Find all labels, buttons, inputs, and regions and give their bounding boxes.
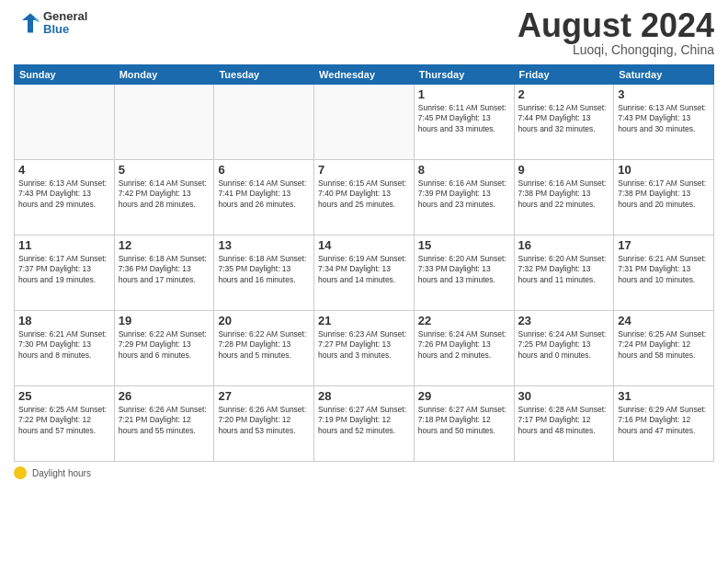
calendar-cell [15, 85, 115, 160]
day-number: 18 [18, 314, 110, 327]
day-number: 24 [618, 314, 710, 327]
calendar-cell [214, 85, 314, 160]
calendar-week-row: 1Sunrise: 6:11 AM Sunset: 7:45 PM Daylig… [15, 85, 714, 160]
day-info: Sunrise: 6:29 AM Sunset: 7:16 PM Dayligh… [618, 405, 710, 436]
day-info: Sunrise: 6:17 AM Sunset: 7:38 PM Dayligh… [618, 178, 710, 210]
day-number: 11 [18, 238, 110, 252]
day-info: Sunrise: 6:12 AM Sunset: 7:44 PM Dayligh… [518, 103, 610, 134]
day-info: Sunrise: 6:25 AM Sunset: 7:24 PM Dayligh… [618, 329, 710, 361]
calendar-cell: 5Sunrise: 6:14 AM Sunset: 7:42 PM Daylig… [114, 160, 214, 236]
day-number: 5 [119, 163, 210, 177]
calendar-cell: 24Sunrise: 6:25 AM Sunset: 7:24 PM Dayli… [614, 311, 714, 386]
calendar-cell: 6Sunrise: 6:14 AM Sunset: 7:41 PM Daylig… [214, 160, 314, 236]
logo-blue-text: Blue [43, 23, 87, 36]
calendar-cell: 22Sunrise: 6:24 AM Sunset: 7:26 PM Dayli… [414, 311, 514, 386]
logo-text: General Blue [43, 10, 87, 37]
day-info: Sunrise: 6:24 AM Sunset: 7:26 PM Dayligh… [418, 329, 510, 361]
weekday-header-sunday: Sunday [15, 65, 115, 85]
calendar-cell: 17Sunrise: 6:21 AM Sunset: 7:31 PM Dayli… [614, 236, 714, 311]
calendar-cell: 28Sunrise: 6:27 AM Sunset: 7:19 PM Dayli… [314, 386, 415, 462]
day-info: Sunrise: 6:27 AM Sunset: 7:19 PM Dayligh… [318, 405, 410, 436]
day-info: Sunrise: 6:24 AM Sunset: 7:25 PM Dayligh… [518, 329, 610, 361]
calendar-cell: 12Sunrise: 6:18 AM Sunset: 7:36 PM Dayli… [114, 236, 214, 311]
day-number: 3 [618, 87, 710, 101]
day-info: Sunrise: 6:21 AM Sunset: 7:31 PM Dayligh… [618, 254, 710, 285]
day-info: Sunrise: 6:14 AM Sunset: 7:41 PM Dayligh… [218, 178, 310, 210]
calendar-cell: 25Sunrise: 6:25 AM Sunset: 7:22 PM Dayli… [15, 386, 115, 462]
calendar-table: SundayMondayTuesdayWednesdayThursdayFrid… [14, 64, 714, 462]
logo-icon [14, 9, 41, 37]
weekday-header-wednesday: Wednesday [314, 65, 415, 85]
calendar-cell: 1Sunrise: 6:11 AM Sunset: 7:45 PM Daylig… [414, 85, 514, 160]
day-number: 1 [418, 87, 510, 101]
calendar-cell: 31Sunrise: 6:29 AM Sunset: 7:16 PM Dayli… [614, 386, 714, 462]
day-info: Sunrise: 6:13 AM Sunset: 7:43 PM Dayligh… [18, 178, 110, 210]
weekday-header-friday: Friday [514, 65, 614, 85]
header: General Blue August 2024 Luoqi, Chongqin… [14, 9, 714, 57]
calendar-cell: 7Sunrise: 6:15 AM Sunset: 7:40 PM Daylig… [314, 160, 415, 236]
calendar-cell: 11Sunrise: 6:17 AM Sunset: 7:37 PM Dayli… [15, 236, 115, 311]
day-info: Sunrise: 6:18 AM Sunset: 7:36 PM Dayligh… [119, 254, 210, 285]
day-info: Sunrise: 6:22 AM Sunset: 7:28 PM Dayligh… [218, 329, 310, 361]
day-number: 19 [119, 314, 210, 327]
day-info: Sunrise: 6:20 AM Sunset: 7:33 PM Dayligh… [418, 254, 510, 285]
calendar-cell: 23Sunrise: 6:24 AM Sunset: 7:25 PM Dayli… [514, 311, 614, 386]
calendar-cell [314, 85, 415, 160]
calendar-cell: 10Sunrise: 6:17 AM Sunset: 7:38 PM Dayli… [614, 160, 714, 236]
day-number: 30 [518, 389, 610, 403]
calendar-cell: 20Sunrise: 6:22 AM Sunset: 7:28 PM Dayli… [214, 311, 314, 386]
day-info: Sunrise: 6:17 AM Sunset: 7:37 PM Dayligh… [18, 254, 110, 285]
calendar-cell: 29Sunrise: 6:27 AM Sunset: 7:18 PM Dayli… [414, 386, 514, 462]
day-number: 9 [518, 163, 610, 177]
calendar-cell: 8Sunrise: 6:16 AM Sunset: 7:39 PM Daylig… [414, 160, 514, 236]
weekday-header-thursday: Thursday [414, 65, 514, 85]
day-number: 2 [518, 87, 610, 101]
svg-marker-0 [22, 14, 39, 33]
day-info: Sunrise: 6:19 AM Sunset: 7:34 PM Dayligh… [318, 254, 410, 285]
calendar-cell: 30Sunrise: 6:28 AM Sunset: 7:17 PM Dayli… [514, 386, 614, 462]
day-info: Sunrise: 6:26 AM Sunset: 7:20 PM Dayligh… [218, 405, 310, 436]
day-number: 17 [618, 238, 710, 252]
day-number: 28 [318, 389, 410, 403]
weekday-header-monday: Monday [114, 65, 214, 85]
day-number: 20 [218, 314, 310, 327]
day-number: 25 [18, 389, 110, 403]
day-info: Sunrise: 6:16 AM Sunset: 7:38 PM Dayligh… [518, 178, 610, 210]
title-area: August 2024 Luoqi, Chongqing, China [518, 9, 714, 57]
day-info: Sunrise: 6:18 AM Sunset: 7:35 PM Dayligh… [218, 254, 310, 285]
calendar-cell: 15Sunrise: 6:20 AM Sunset: 7:33 PM Dayli… [414, 236, 514, 311]
location-subtitle: Luoqi, Chongqing, China [518, 42, 714, 57]
day-info: Sunrise: 6:27 AM Sunset: 7:18 PM Dayligh… [418, 405, 510, 436]
calendar-cell: 16Sunrise: 6:20 AM Sunset: 7:32 PM Dayli… [514, 236, 614, 311]
calendar-week-row: 4Sunrise: 6:13 AM Sunset: 7:43 PM Daylig… [15, 160, 714, 236]
day-number: 10 [618, 163, 710, 177]
weekday-header-saturday: Saturday [614, 65, 714, 85]
day-number: 22 [418, 314, 510, 327]
sun-icon [14, 466, 27, 479]
day-number: 16 [518, 238, 610, 252]
footnote: Daylight hours [14, 466, 714, 479]
calendar-cell: 27Sunrise: 6:26 AM Sunset: 7:20 PM Dayli… [214, 386, 314, 462]
page: General Blue August 2024 Luoqi, Chongqin… [0, 0, 728, 563]
day-number: 12 [119, 238, 210, 252]
day-number: 6 [218, 163, 310, 177]
footnote-text: Daylight hours [32, 468, 91, 478]
calendar-cell [114, 85, 214, 160]
weekday-header-tuesday: Tuesday [214, 65, 314, 85]
day-number: 15 [418, 238, 510, 252]
day-number: 8 [418, 163, 510, 177]
day-number: 23 [518, 314, 610, 327]
calendar-cell: 18Sunrise: 6:21 AM Sunset: 7:30 PM Dayli… [15, 311, 115, 386]
day-number: 31 [618, 389, 710, 403]
day-info: Sunrise: 6:13 AM Sunset: 7:43 PM Dayligh… [618, 103, 710, 134]
calendar-cell: 26Sunrise: 6:26 AM Sunset: 7:21 PM Dayli… [114, 386, 214, 462]
calendar-cell: 9Sunrise: 6:16 AM Sunset: 7:38 PM Daylig… [514, 160, 614, 236]
day-info: Sunrise: 6:11 AM Sunset: 7:45 PM Dayligh… [418, 103, 510, 134]
calendar-week-row: 11Sunrise: 6:17 AM Sunset: 7:37 PM Dayli… [15, 236, 714, 311]
day-info: Sunrise: 6:15 AM Sunset: 7:40 PM Dayligh… [318, 178, 410, 210]
day-number: 21 [318, 314, 410, 327]
month-title: August 2024 [518, 9, 714, 42]
day-info: Sunrise: 6:20 AM Sunset: 7:32 PM Dayligh… [518, 254, 610, 285]
calendar-cell: 2Sunrise: 6:12 AM Sunset: 7:44 PM Daylig… [514, 85, 614, 160]
calendar-cell: 3Sunrise: 6:13 AM Sunset: 7:43 PM Daylig… [614, 85, 714, 160]
